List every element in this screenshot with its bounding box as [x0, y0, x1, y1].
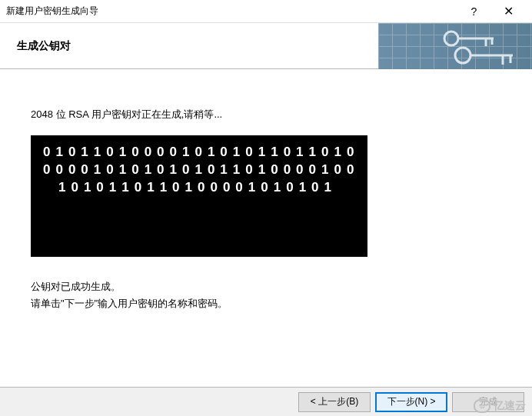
binary-animation-box: 0101101000010101011011010 00001010101010… — [31, 135, 367, 257]
success-line-1: 公钥对已成功生成。 — [31, 278, 501, 295]
binary-line: 0101101000010101011011010 — [43, 143, 357, 161]
finish-button[interactable]: 完成 — [452, 392, 524, 412]
close-button[interactable]: ✕ — [491, 1, 526, 22]
svg-point-0 — [444, 32, 458, 45]
svg-point-1 — [455, 48, 470, 63]
wizard-footer: < 上一步(B) 下一步(N) > 完成 — [0, 387, 532, 416]
next-button[interactable]: 下一步(N) > — [375, 392, 447, 412]
titlebar: 新建用户密钥生成向导 ? ✕ — [0, 0, 532, 23]
window-title: 新建用户密钥生成向导 — [6, 5, 457, 18]
success-message: 公钥对已成功生成。 请单击"下一步"输入用户密钥的名称和密码。 — [31, 278, 501, 312]
titlebar-controls: ? ✕ — [457, 1, 526, 22]
help-button[interactable]: ? — [457, 1, 491, 22]
binary-line: 0000101010101011010000100 — [43, 161, 357, 178]
back-button[interactable]: < 上一步(B) — [298, 392, 371, 412]
binary-line: 1010110110100001010101 — [43, 178, 357, 196]
header-graphic — [378, 23, 532, 69]
wizard-content: 2048 位 RSA 用户密钥对正在生成,请稍等... 010110100001… — [0, 69, 532, 387]
success-line-2: 请单击"下一步"输入用户密钥的名称和密码。 — [31, 295, 501, 312]
generation-status: 2048 位 RSA 用户密钥对正在生成,请稍等... — [31, 108, 501, 121]
wizard-header: 生成公钥对 — [0, 23, 532, 69]
wizard-step-title: 生成公钥对 — [0, 39, 71, 53]
key-icon — [378, 23, 532, 69]
